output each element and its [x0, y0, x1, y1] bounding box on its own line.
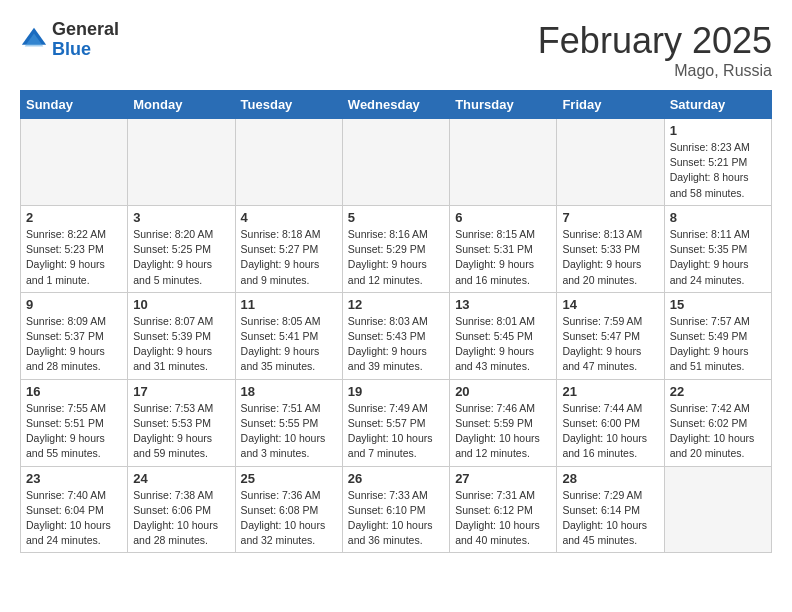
day-cell	[235, 119, 342, 206]
weekday-header-saturday: Saturday	[664, 91, 771, 119]
day-cell: 19Sunrise: 7:49 AM Sunset: 5:57 PM Dayli…	[342, 379, 449, 466]
day-cell: 2Sunrise: 8:22 AM Sunset: 5:23 PM Daylig…	[21, 205, 128, 292]
logo-icon	[20, 26, 48, 54]
day-number: 3	[133, 210, 229, 225]
day-number: 16	[26, 384, 122, 399]
day-info: Sunrise: 7:53 AM Sunset: 5:53 PM Dayligh…	[133, 401, 229, 462]
day-cell	[664, 466, 771, 553]
day-cell	[557, 119, 664, 206]
day-cell: 15Sunrise: 7:57 AM Sunset: 5:49 PM Dayli…	[664, 292, 771, 379]
month-title: February 2025	[538, 20, 772, 62]
day-info: Sunrise: 8:22 AM Sunset: 5:23 PM Dayligh…	[26, 227, 122, 288]
day-number: 2	[26, 210, 122, 225]
day-number: 19	[348, 384, 444, 399]
day-cell: 7Sunrise: 8:13 AM Sunset: 5:33 PM Daylig…	[557, 205, 664, 292]
location: Mago, Russia	[538, 62, 772, 80]
day-info: Sunrise: 7:59 AM Sunset: 5:47 PM Dayligh…	[562, 314, 658, 375]
day-number: 21	[562, 384, 658, 399]
day-number: 22	[670, 384, 766, 399]
day-info: Sunrise: 7:46 AM Sunset: 5:59 PM Dayligh…	[455, 401, 551, 462]
day-info: Sunrise: 8:05 AM Sunset: 5:41 PM Dayligh…	[241, 314, 337, 375]
day-cell: 8Sunrise: 8:11 AM Sunset: 5:35 PM Daylig…	[664, 205, 771, 292]
day-cell: 27Sunrise: 7:31 AM Sunset: 6:12 PM Dayli…	[450, 466, 557, 553]
day-number: 10	[133, 297, 229, 312]
day-info: Sunrise: 8:16 AM Sunset: 5:29 PM Dayligh…	[348, 227, 444, 288]
day-cell: 5Sunrise: 8:16 AM Sunset: 5:29 PM Daylig…	[342, 205, 449, 292]
week-row-5: 23Sunrise: 7:40 AM Sunset: 6:04 PM Dayli…	[21, 466, 772, 553]
day-number: 6	[455, 210, 551, 225]
day-cell: 16Sunrise: 7:55 AM Sunset: 5:51 PM Dayli…	[21, 379, 128, 466]
day-info: Sunrise: 7:44 AM Sunset: 6:00 PM Dayligh…	[562, 401, 658, 462]
day-number: 18	[241, 384, 337, 399]
week-row-1: 1Sunrise: 8:23 AM Sunset: 5:21 PM Daylig…	[21, 119, 772, 206]
day-info: Sunrise: 7:55 AM Sunset: 5:51 PM Dayligh…	[26, 401, 122, 462]
day-info: Sunrise: 8:09 AM Sunset: 5:37 PM Dayligh…	[26, 314, 122, 375]
day-number: 12	[348, 297, 444, 312]
day-info: Sunrise: 8:13 AM Sunset: 5:33 PM Dayligh…	[562, 227, 658, 288]
logo: General Blue	[20, 20, 119, 60]
page-header: General Blue February 2025 Mago, Russia	[20, 20, 772, 80]
weekday-header-wednesday: Wednesday	[342, 91, 449, 119]
day-cell: 20Sunrise: 7:46 AM Sunset: 5:59 PM Dayli…	[450, 379, 557, 466]
day-info: Sunrise: 7:40 AM Sunset: 6:04 PM Dayligh…	[26, 488, 122, 549]
day-cell: 14Sunrise: 7:59 AM Sunset: 5:47 PM Dayli…	[557, 292, 664, 379]
day-cell: 23Sunrise: 7:40 AM Sunset: 6:04 PM Dayli…	[21, 466, 128, 553]
weekday-header-friday: Friday	[557, 91, 664, 119]
day-info: Sunrise: 7:33 AM Sunset: 6:10 PM Dayligh…	[348, 488, 444, 549]
day-info: Sunrise: 7:38 AM Sunset: 6:06 PM Dayligh…	[133, 488, 229, 549]
day-number: 8	[670, 210, 766, 225]
day-number: 1	[670, 123, 766, 138]
day-cell: 22Sunrise: 7:42 AM Sunset: 6:02 PM Dayli…	[664, 379, 771, 466]
day-cell: 11Sunrise: 8:05 AM Sunset: 5:41 PM Dayli…	[235, 292, 342, 379]
weekday-header-row: SundayMondayTuesdayWednesdayThursdayFrid…	[21, 91, 772, 119]
day-cell: 6Sunrise: 8:15 AM Sunset: 5:31 PM Daylig…	[450, 205, 557, 292]
day-number: 17	[133, 384, 229, 399]
day-number: 7	[562, 210, 658, 225]
day-number: 25	[241, 471, 337, 486]
week-row-2: 2Sunrise: 8:22 AM Sunset: 5:23 PM Daylig…	[21, 205, 772, 292]
day-info: Sunrise: 8:20 AM Sunset: 5:25 PM Dayligh…	[133, 227, 229, 288]
day-cell: 10Sunrise: 8:07 AM Sunset: 5:39 PM Dayli…	[128, 292, 235, 379]
day-info: Sunrise: 8:18 AM Sunset: 5:27 PM Dayligh…	[241, 227, 337, 288]
day-info: Sunrise: 7:42 AM Sunset: 6:02 PM Dayligh…	[670, 401, 766, 462]
day-cell: 26Sunrise: 7:33 AM Sunset: 6:10 PM Dayli…	[342, 466, 449, 553]
day-cell: 9Sunrise: 8:09 AM Sunset: 5:37 PM Daylig…	[21, 292, 128, 379]
weekday-header-tuesday: Tuesday	[235, 91, 342, 119]
weekday-header-thursday: Thursday	[450, 91, 557, 119]
day-number: 15	[670, 297, 766, 312]
weekday-header-sunday: Sunday	[21, 91, 128, 119]
day-number: 13	[455, 297, 551, 312]
logo-blue: Blue	[52, 40, 119, 60]
day-info: Sunrise: 7:51 AM Sunset: 5:55 PM Dayligh…	[241, 401, 337, 462]
day-cell	[128, 119, 235, 206]
day-number: 11	[241, 297, 337, 312]
calendar-table: SundayMondayTuesdayWednesdayThursdayFrid…	[20, 90, 772, 553]
day-number: 26	[348, 471, 444, 486]
day-cell: 4Sunrise: 8:18 AM Sunset: 5:27 PM Daylig…	[235, 205, 342, 292]
weekday-header-monday: Monday	[128, 91, 235, 119]
day-number: 27	[455, 471, 551, 486]
logo-general: General	[52, 20, 119, 40]
day-cell: 21Sunrise: 7:44 AM Sunset: 6:00 PM Dayli…	[557, 379, 664, 466]
day-cell: 12Sunrise: 8:03 AM Sunset: 5:43 PM Dayli…	[342, 292, 449, 379]
day-info: Sunrise: 7:36 AM Sunset: 6:08 PM Dayligh…	[241, 488, 337, 549]
day-cell	[21, 119, 128, 206]
day-cell: 18Sunrise: 7:51 AM Sunset: 5:55 PM Dayli…	[235, 379, 342, 466]
day-info: Sunrise: 8:11 AM Sunset: 5:35 PM Dayligh…	[670, 227, 766, 288]
day-info: Sunrise: 7:31 AM Sunset: 6:12 PM Dayligh…	[455, 488, 551, 549]
day-number: 24	[133, 471, 229, 486]
day-cell	[450, 119, 557, 206]
day-info: Sunrise: 7:49 AM Sunset: 5:57 PM Dayligh…	[348, 401, 444, 462]
day-info: Sunrise: 8:23 AM Sunset: 5:21 PM Dayligh…	[670, 140, 766, 201]
day-cell: 13Sunrise: 8:01 AM Sunset: 5:45 PM Dayli…	[450, 292, 557, 379]
title-block: February 2025 Mago, Russia	[538, 20, 772, 80]
day-number: 5	[348, 210, 444, 225]
day-number: 14	[562, 297, 658, 312]
day-number: 20	[455, 384, 551, 399]
day-cell: 25Sunrise: 7:36 AM Sunset: 6:08 PM Dayli…	[235, 466, 342, 553]
day-number: 4	[241, 210, 337, 225]
day-number: 9	[26, 297, 122, 312]
day-cell: 3Sunrise: 8:20 AM Sunset: 5:25 PM Daylig…	[128, 205, 235, 292]
day-info: Sunrise: 8:03 AM Sunset: 5:43 PM Dayligh…	[348, 314, 444, 375]
day-cell: 28Sunrise: 7:29 AM Sunset: 6:14 PM Dayli…	[557, 466, 664, 553]
